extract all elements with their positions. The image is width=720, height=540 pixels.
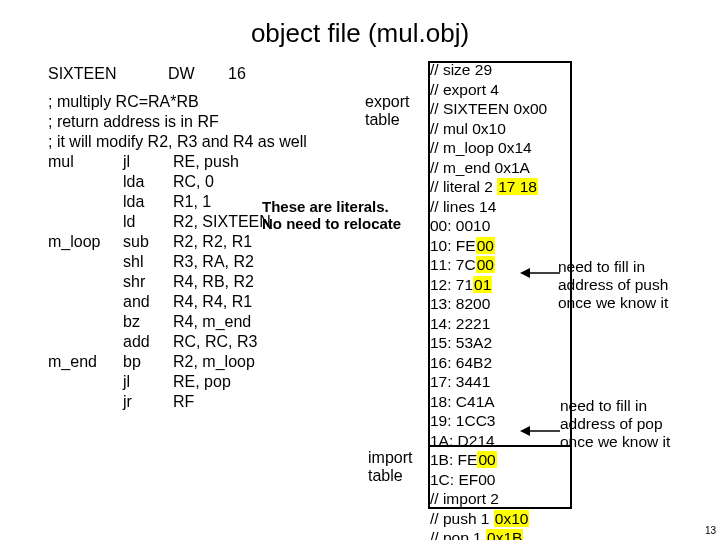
import-table-label: import table <box>368 449 412 485</box>
export-table-label: export table <box>365 93 409 129</box>
assembly-listing: SIXTEEN DW 16 ; multiply RC=RA*RB ; retu… <box>48 64 323 412</box>
asm-op: jl <box>123 152 173 172</box>
highlight-literal: 17 18 <box>497 178 538 195</box>
highlight-addr: 01 <box>473 276 492 293</box>
asm-label: mul <box>48 152 123 172</box>
highlight-addr: 0x1B <box>486 529 523 540</box>
svg-marker-3 <box>520 426 530 436</box>
literals-note: These are literals. No need to relocate <box>262 198 401 232</box>
annotation-pop: need to fill in address of pop once we k… <box>560 397 670 451</box>
asm-arg: 16 <box>228 64 246 84</box>
svg-marker-1 <box>520 268 530 278</box>
asm-comment: ; multiply RC=RA*RB <box>48 92 323 112</box>
page-title: object file (mul.obj) <box>0 0 720 49</box>
asm-body: muljlRE, push ldaRC, 0 ldaR1, 1 ldR2, SI… <box>48 152 323 412</box>
annotation-push: need to fill in address of push once we … <box>558 258 668 312</box>
object-file-dump: // size 29 // export 4 // SIXTEEN 0x00 /… <box>430 60 547 540</box>
highlight-addr: 0x10 <box>494 510 530 527</box>
asm-label: SIXTEEN <box>48 64 168 84</box>
asm-comment: ; return address is in RF <box>48 112 323 132</box>
asm-op: DW <box>168 64 228 84</box>
page-number: 13 <box>705 525 716 536</box>
highlight-addr: 00 <box>477 451 496 468</box>
asm-arg: RE, push <box>173 152 323 172</box>
highlight-addr: 00 <box>476 237 495 254</box>
asm-first-row: SIXTEEN DW 16 <box>48 64 246 84</box>
arrow-icon <box>520 266 560 280</box>
arrow-icon <box>520 424 560 438</box>
highlight-addr: 00 <box>476 256 495 273</box>
asm-comment: ; it will modify R2, R3 and R4 as well <box>48 132 323 152</box>
